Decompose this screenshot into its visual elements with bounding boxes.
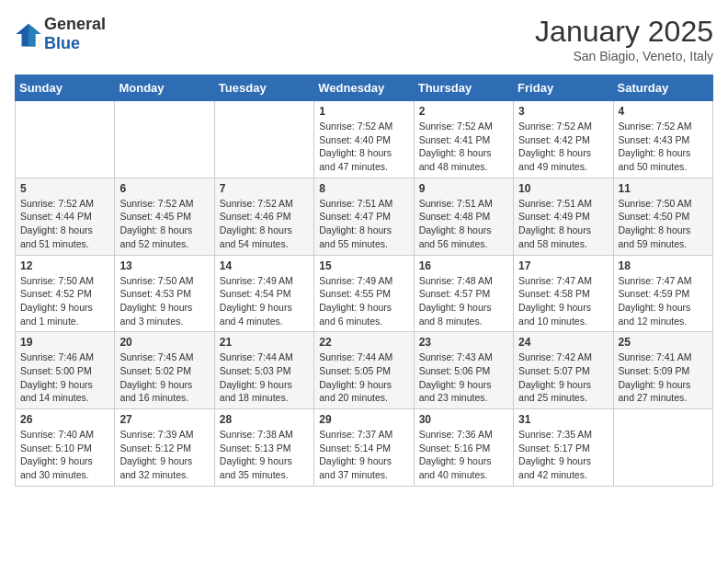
day-info: Sunrise: 7:52 AMSunset: 4:44 PMDaylight:…: [20, 197, 109, 251]
day-number: 21: [220, 336, 309, 349]
day-info: Sunrise: 7:47 AMSunset: 4:58 PMDaylight:…: [518, 274, 608, 328]
calendar-cell: 11Sunrise: 7:50 AMSunset: 4:50 PMDayligh…: [613, 178, 712, 255]
weekday-header-sunday: Sunday: [16, 75, 115, 101]
calendar-cell: 19Sunrise: 7:46 AMSunset: 5:00 PMDayligh…: [16, 332, 115, 409]
day-info: Sunrise: 7:52 AMSunset: 4:43 PMDaylight:…: [619, 120, 708, 174]
svg-marker-1: [28, 24, 41, 47]
day-info: Sunrise: 7:42 AMSunset: 5:07 PMDaylight:…: [518, 350, 608, 405]
calendar-week-row: 19Sunrise: 7:46 AMSunset: 5:00 PMDayligh…: [16, 332, 713, 409]
calendar-cell: 9Sunrise: 7:51 AMSunset: 4:48 PMDaylight…: [414, 178, 513, 255]
calendar-cell: 1Sunrise: 7:52 AMSunset: 4:40 PMDaylight…: [314, 101, 414, 178]
calendar-week-row: 26Sunrise: 7:40 AMSunset: 5:10 PMDayligh…: [16, 409, 713, 487]
calendar-week-row: 1Sunrise: 7:52 AMSunset: 4:40 PMDaylight…: [16, 101, 713, 178]
day-number: 24: [518, 336, 608, 349]
day-info: Sunrise: 7:50 AMSunset: 4:53 PMDaylight:…: [119, 274, 209, 328]
day-number: 17: [518, 259, 608, 272]
day-info: Sunrise: 7:52 AMSunset: 4:40 PMDaylight:…: [319, 120, 408, 174]
day-number: 18: [619, 259, 708, 272]
day-info: Sunrise: 7:47 AMSunset: 4:59 PMDaylight:…: [619, 274, 708, 328]
day-number: 5: [20, 182, 109, 195]
calendar-cell: 5Sunrise: 7:52 AMSunset: 4:44 PMDaylight…: [16, 178, 115, 255]
calendar-cell: 30Sunrise: 7:36 AMSunset: 5:16 PMDayligh…: [414, 409, 513, 487]
calendar-cell: 16Sunrise: 7:48 AMSunset: 4:57 PMDayligh…: [414, 255, 513, 332]
calendar-cell: 12Sunrise: 7:50 AMSunset: 4:52 PMDayligh…: [16, 255, 115, 332]
day-info: Sunrise: 7:51 AMSunset: 4:49 PMDaylight:…: [518, 197, 608, 251]
calendar-cell: 31Sunrise: 7:35 AMSunset: 5:17 PMDayligh…: [514, 409, 613, 487]
day-number: 11: [619, 182, 708, 195]
calendar-cell: 20Sunrise: 7:45 AMSunset: 5:02 PMDayligh…: [115, 332, 214, 409]
weekday-header-saturday: Saturday: [613, 75, 712, 101]
calendar-cell: 8Sunrise: 7:51 AMSunset: 4:47 PMDaylight…: [314, 178, 414, 255]
calendar-cell: 2Sunrise: 7:52 AMSunset: 4:41 PMDaylight…: [414, 101, 513, 178]
day-number: 8: [319, 182, 408, 195]
day-number: 9: [419, 182, 508, 195]
day-number: 31: [518, 413, 608, 426]
day-info: Sunrise: 7:43 AMSunset: 5:06 PMDaylight:…: [419, 350, 508, 405]
calendar-cell: 10Sunrise: 7:51 AMSunset: 4:49 PMDayligh…: [514, 178, 613, 255]
day-number: 30: [419, 413, 508, 426]
day-number: 28: [220, 413, 309, 426]
day-number: 2: [419, 105, 508, 118]
day-number: 1: [319, 105, 408, 118]
calendar-cell: 27Sunrise: 7:39 AMSunset: 5:12 PMDayligh…: [115, 409, 214, 487]
calendar-cell: 7Sunrise: 7:52 AMSunset: 4:46 PMDaylight…: [214, 178, 313, 255]
day-info: Sunrise: 7:52 AMSunset: 4:46 PMDaylight:…: [220, 197, 309, 251]
day-info: Sunrise: 7:50 AMSunset: 4:50 PMDaylight:…: [619, 197, 708, 251]
day-number: 27: [119, 413, 209, 426]
day-info: Sunrise: 7:49 AMSunset: 4:55 PMDaylight:…: [319, 274, 408, 328]
day-info: Sunrise: 7:41 AMSunset: 5:09 PMDaylight:…: [619, 350, 708, 405]
calendar-cell: 21Sunrise: 7:44 AMSunset: 5:03 PMDayligh…: [214, 332, 313, 409]
day-number: 7: [220, 182, 309, 195]
month-title: January 2025: [535, 15, 713, 49]
day-info: Sunrise: 7:52 AMSunset: 4:41 PMDaylight:…: [419, 120, 508, 174]
day-number: 10: [518, 182, 608, 195]
day-number: 3: [518, 105, 608, 118]
day-info: Sunrise: 7:49 AMSunset: 4:54 PMDaylight:…: [220, 274, 309, 328]
day-info: Sunrise: 7:45 AMSunset: 5:02 PMDaylight:…: [119, 350, 209, 405]
title-block: January 2025 San Biagio, Veneto, Italy: [535, 15, 713, 63]
day-number: 19: [20, 336, 109, 349]
day-number: 6: [119, 182, 209, 195]
day-info: Sunrise: 7:38 AMSunset: 5:13 PMDaylight:…: [220, 428, 309, 482]
day-info: Sunrise: 7:50 AMSunset: 4:52 PMDaylight:…: [20, 274, 109, 328]
day-number: 20: [119, 336, 209, 349]
calendar-cell: 22Sunrise: 7:44 AMSunset: 5:05 PMDayligh…: [314, 332, 414, 409]
page-header: General Blue January 2025 San Biagio, Ve…: [15, 15, 713, 63]
weekday-header-friday: Friday: [514, 75, 613, 101]
calendar-cell: 29Sunrise: 7:37 AMSunset: 5:14 PMDayligh…: [314, 409, 414, 487]
calendar-week-row: 12Sunrise: 7:50 AMSunset: 4:52 PMDayligh…: [16, 255, 713, 332]
weekday-header-row: SundayMondayTuesdayWednesdayThursdayFrid…: [16, 75, 713, 101]
calendar-cell: 18Sunrise: 7:47 AMSunset: 4:59 PMDayligh…: [613, 255, 712, 332]
calendar-table: SundayMondayTuesdayWednesdayThursdayFrid…: [15, 75, 713, 487]
calendar-cell: 6Sunrise: 7:52 AMSunset: 4:45 PMDaylight…: [115, 178, 214, 255]
day-info: Sunrise: 7:51 AMSunset: 4:47 PMDaylight:…: [319, 197, 408, 251]
day-info: Sunrise: 7:44 AMSunset: 5:03 PMDaylight:…: [220, 350, 309, 405]
location-subtitle: San Biagio, Veneto, Italy: [535, 49, 713, 63]
calendar-cell: 14Sunrise: 7:49 AMSunset: 4:54 PMDayligh…: [214, 255, 313, 332]
day-info: Sunrise: 7:36 AMSunset: 5:16 PMDaylight:…: [419, 428, 508, 482]
logo-icon: [15, 20, 42, 48]
logo-general-text: General: [44, 15, 106, 33]
calendar-cell: [613, 409, 712, 487]
day-info: Sunrise: 7:35 AMSunset: 5:17 PMDaylight:…: [518, 428, 608, 482]
calendar-cell: 24Sunrise: 7:42 AMSunset: 5:07 PMDayligh…: [514, 332, 613, 409]
day-number: 14: [220, 259, 309, 272]
day-number: 4: [619, 105, 708, 118]
day-number: 16: [419, 259, 508, 272]
calendar-cell: 28Sunrise: 7:38 AMSunset: 5:13 PMDayligh…: [214, 409, 313, 487]
weekday-header-tuesday: Tuesday: [214, 75, 313, 101]
day-info: Sunrise: 7:39 AMSunset: 5:12 PMDaylight:…: [119, 428, 209, 482]
day-info: Sunrise: 7:52 AMSunset: 4:45 PMDaylight:…: [119, 197, 209, 251]
calendar-cell: 23Sunrise: 7:43 AMSunset: 5:06 PMDayligh…: [414, 332, 513, 409]
calendar-week-row: 5Sunrise: 7:52 AMSunset: 4:44 PMDaylight…: [16, 178, 713, 255]
calendar-cell: [115, 101, 214, 178]
day-number: 29: [319, 413, 408, 426]
day-number: 26: [20, 413, 109, 426]
day-info: Sunrise: 7:51 AMSunset: 4:48 PMDaylight:…: [419, 197, 508, 251]
calendar-cell: 25Sunrise: 7:41 AMSunset: 5:09 PMDayligh…: [613, 332, 712, 409]
day-info: Sunrise: 7:37 AMSunset: 5:14 PMDaylight:…: [319, 428, 408, 482]
weekday-header-thursday: Thursday: [414, 75, 513, 101]
calendar-cell: 4Sunrise: 7:52 AMSunset: 4:43 PMDaylight…: [613, 101, 712, 178]
day-number: 25: [619, 336, 708, 349]
calendar-cell: [214, 101, 313, 178]
